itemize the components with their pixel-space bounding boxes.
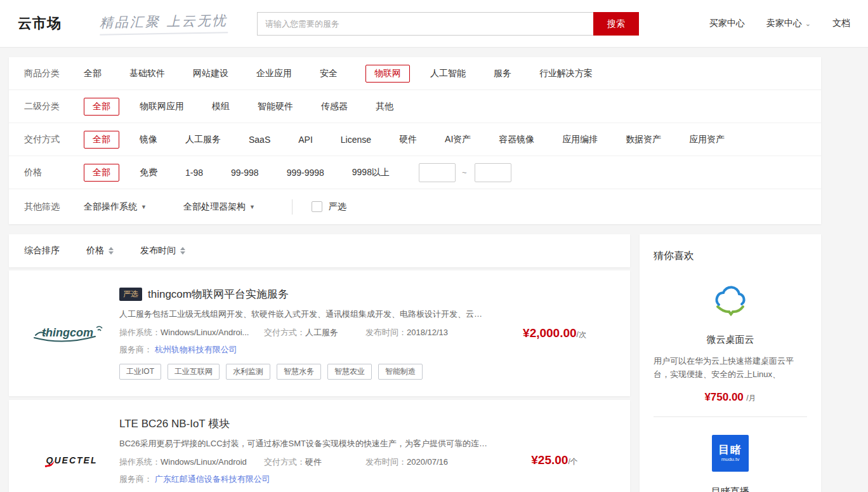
subcategory-option[interactable]: 模组 — [212, 101, 230, 112]
sort-price[interactable]: 价格 — [86, 245, 114, 256]
product-content: 严选 thingcom物联网平台实施服务 人工服务包括工业级无线组网开发、软硬件… — [119, 287, 494, 380]
delivery-option[interactable]: 容器镜像 — [499, 134, 534, 145]
subcategory-option-selected[interactable]: 全部 — [84, 98, 119, 116]
delivery-option[interactable]: 数据资产 — [626, 134, 661, 145]
search-bar: 搜索 — [257, 12, 639, 36]
nav-docs[interactable]: 文档 — [832, 18, 850, 29]
product-card[interactable]: thingcom 严选 thingcom物联网平台实施服务 人工服务包括工业级无… — [9, 270, 630, 396]
sidebar-title: 猜你喜欢 — [654, 249, 807, 263]
delivery-option[interactable]: 硬件 — [399, 134, 417, 145]
recommend-item[interactable]: 微云桌面云 用户可以在华为云上快速搭建桌面云平台，实现便捷、安全的云上Linux… — [654, 282, 807, 404]
tag[interactable]: 工业IOT — [119, 364, 161, 380]
delivery-option[interactable]: 镜像 — [140, 134, 157, 145]
tag[interactable]: 水利监测 — [226, 364, 270, 380]
price-max-input[interactable] — [475, 163, 511, 182]
vendor-label: 服务商： — [119, 345, 152, 354]
product-price: ¥25.00/个 — [494, 453, 615, 467]
caret-down-icon: ▼ — [249, 204, 255, 210]
publish-value: 2020/07/16 — [407, 457, 448, 467]
os-value: Windows/Linux/Android — [161, 457, 247, 467]
delivery-option[interactable]: API — [298, 135, 313, 145]
vertical-divider — [292, 199, 293, 215]
tag[interactable]: 智慧农业 — [327, 364, 372, 380]
chevron-down-icon: ⌄ — [805, 20, 811, 28]
sort-bar: 综合排序 价格 发布时间 — [9, 234, 630, 267]
vendor-link[interactable]: 杭州轨物科技有限公司 — [155, 345, 237, 354]
subcategory-option[interactable]: 智能硬件 — [258, 101, 293, 112]
recommend-sidebar: 猜你喜欢 微云桌面云 用户可以在华为云上快速搭建桌面云平台，实现便捷、安全的云上… — [640, 234, 821, 492]
recommend-item[interactable]: 目睹 mudu.tv 目睹直播 目睹直播是简单易用的企业视频直播平台，适用在线培… — [654, 434, 807, 492]
publish-label: 发布时间： — [365, 328, 407, 337]
recommend-description: 用户可以在华为云上快速搭建桌面云平台，实现便捷、安全的云上Linux、Windo… — [654, 354, 807, 382]
sort-publish-time[interactable]: 发布时间 — [140, 245, 185, 256]
publish-label: 发布时间： — [365, 457, 407, 467]
category-option[interactable]: 网站建设 — [193, 68, 228, 79]
price-unit: /次 — [577, 330, 586, 339]
price-option[interactable]: 999-9998 — [287, 168, 324, 178]
category-option[interactable]: 企业应用 — [256, 68, 292, 79]
category-option[interactable]: 人工智能 — [430, 68, 466, 79]
price-option[interactable]: 1-98 — [185, 168, 203, 178]
nav-seller-center[interactable]: 卖家中心 ⌄ — [766, 18, 811, 29]
sidebar-divider — [654, 416, 807, 417]
delivery-option[interactable]: 人工服务 — [185, 134, 221, 145]
recommend-name[interactable]: 微云桌面云 — [654, 334, 807, 346]
os-label: 操作系统： — [119, 328, 161, 337]
publish-value: 2018/12/13 — [407, 328, 448, 337]
nav-buyer-center[interactable]: 买家中心 — [709, 18, 745, 29]
search-button[interactable]: 搜索 — [593, 12, 639, 36]
arch-dropdown[interactable]: 全部处理器架构▼ — [183, 201, 255, 213]
price-option-selected[interactable]: 全部 — [84, 164, 119, 182]
delivery-option[interactable]: AI资产 — [445, 134, 471, 145]
filter-label: 价格 — [24, 167, 84, 178]
product-list-column: 综合排序 价格 发布时间 thingcom — [9, 234, 630, 492]
top-nav: 买家中心 卖家中心 ⌄ 文档 — [709, 18, 850, 29]
product-description: BC26采用更易于焊接的LCC封装，可通过标准SMT设备实现模块的快速生产，为客… — [119, 438, 489, 449]
site-logo[interactable]: 云市场 — [18, 14, 62, 33]
svg-text:thingcom: thingcom — [42, 326, 93, 339]
delivery-value: 硬件 — [305, 457, 322, 467]
price-min-input[interactable] — [419, 163, 456, 182]
recommend-name[interactable]: 目睹直播 — [654, 486, 807, 492]
vendor-link[interactable]: 广东红邮通信设备科技有限公司 — [155, 474, 270, 484]
price-option[interactable]: 99-998 — [231, 168, 259, 178]
tag[interactable]: 智能制造 — [378, 364, 423, 380]
filter-row-category: 商品分类 全部 基础软件 网站建设 企业应用 安全 物联网 人工智能 服务 行业… — [9, 57, 821, 90]
os-dropdown[interactable]: 全部操作系统▼ — [84, 201, 147, 213]
filter-label: 二级分类 — [24, 101, 84, 112]
tag[interactable]: 工业互联网 — [168, 364, 220, 380]
delivery-option[interactable]: SaaS — [249, 135, 270, 145]
filter-label: 商品分类 — [24, 68, 84, 79]
subcategory-option[interactable]: 物联网应用 — [140, 101, 184, 112]
search-input[interactable] — [257, 12, 593, 36]
category-option[interactable]: 基础软件 — [129, 68, 165, 79]
subcategory-option[interactable]: 传感器 — [321, 101, 348, 112]
delivery-option[interactable]: License — [341, 135, 371, 145]
product-title[interactable]: thingcom物联网平台实施服务 — [148, 287, 289, 302]
sort-arrows-icon — [180, 247, 185, 255]
category-option[interactable]: 安全 — [320, 68, 338, 79]
product-card[interactable]: QUECTEL LTE BC26 NB-IoT 模块 BC26采用更易于焊接的L… — [9, 400, 630, 492]
delivery-option[interactable]: 应用编排 — [562, 134, 598, 145]
sort-arrows-icon — [109, 247, 114, 255]
delivery-option[interactable]: 应用资产 — [689, 134, 725, 145]
product-title[interactable]: LTE BC26 NB-IoT 模块 — [119, 416, 230, 431]
category-option[interactable]: 服务 — [494, 68, 511, 79]
main-area: 综合排序 价格 发布时间 thingcom — [9, 234, 868, 492]
price-option[interactable]: 9998以上 — [352, 167, 390, 178]
delivery-label: 交付方式： — [264, 457, 305, 467]
caret-down-icon: ▼ — [141, 204, 147, 210]
sort-default[interactable]: 综合排序 — [24, 245, 60, 256]
quectel-logo: QUECTEL — [24, 455, 119, 465]
curated-checkbox[interactable] — [312, 201, 322, 212]
category-option-selected[interactable]: 物联网 — [365, 65, 410, 83]
filter-row-subcategory: 二级分类 全部 物联网应用 模组 智能硬件 传感器 其他 — [9, 90, 821, 123]
delivery-option-selected[interactable]: 全部 — [84, 131, 119, 149]
tag[interactable]: 智慧水务 — [277, 364, 321, 380]
subcategory-option[interactable]: 其他 — [376, 101, 393, 112]
category-option[interactable]: 行业解决方案 — [539, 68, 593, 79]
filter-label: 交付方式 — [24, 134, 84, 145]
category-option[interactable]: 全部 — [84, 68, 102, 79]
delivery-value: 人工服务 — [305, 328, 338, 337]
price-option[interactable]: 免费 — [140, 167, 157, 178]
